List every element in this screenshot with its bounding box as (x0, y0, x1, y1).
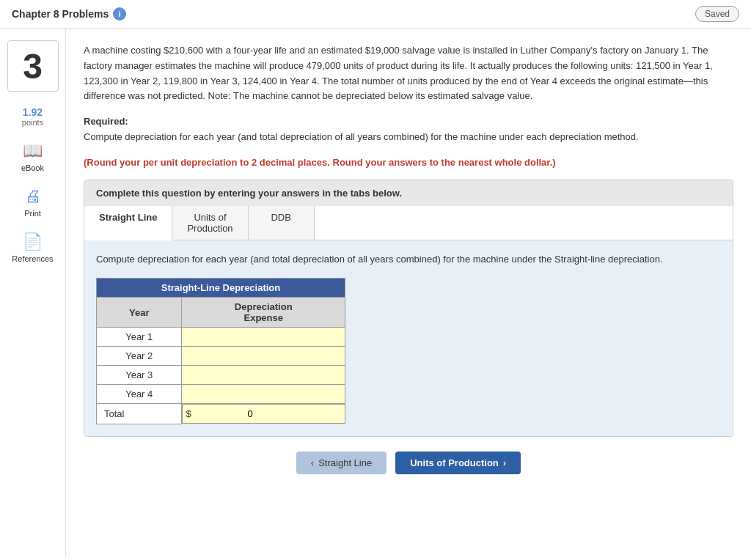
header-title: Chapter 8 Problems i (12, 7, 126, 21)
table-title: Straight-Line Depreciation (97, 279, 345, 298)
tabs-row: Straight Line Units ofProduction DDB (84, 206, 733, 240)
table-row: Year 2 (97, 347, 345, 366)
year-2-input-cell[interactable] (182, 347, 345, 366)
table-row: Year 1 (97, 328, 345, 347)
year-1-input[interactable] (230, 331, 296, 342)
nav-buttons: ‹ Straight Line Units of Production › (84, 452, 733, 474)
points-container: 1.92 points (22, 106, 43, 127)
sidebar-item-ebook[interactable]: 📖 eBook (21, 141, 44, 172)
question-number: 3 (7, 40, 59, 92)
tab-container: Complete this question by entering your … (84, 180, 733, 437)
year-1-label: Year 1 (97, 328, 182, 347)
saved-badge: Saved (695, 6, 739, 22)
prev-label: Straight Line (318, 457, 372, 468)
print-icon: 🖨 (25, 187, 41, 206)
year-4-input[interactable] (230, 388, 296, 399)
tab-straight-line[interactable]: Straight Line (84, 206, 172, 240)
dollar-sign: $ (186, 408, 191, 419)
points-label: points (22, 118, 43, 127)
tab-description: Compute depreciation for each year (and … (96, 252, 721, 267)
col-header-expense: DepreciationExpense (182, 298, 345, 328)
table-row: Year 4 (97, 385, 345, 404)
main-content: A machine costing $210,600 with a four-y… (66, 29, 751, 556)
tab-content: Compute depreciation for each year (and … (84, 240, 733, 436)
sidebar: 3 1.92 points 📖 eBook 🖨 Print 📄 Referenc… (0, 29, 66, 556)
year-2-label: Year 2 (97, 347, 182, 366)
sidebar-print-label: Print (24, 209, 41, 218)
year-4-label: Year 4 (97, 385, 182, 404)
references-icon: 📄 (23, 232, 43, 251)
chapter-title: Chapter 8 Problems (12, 8, 109, 20)
sidebar-ebook-label: eBook (21, 163, 44, 172)
info-icon[interactable]: i (113, 7, 126, 21)
next-button[interactable]: Units of Production › (395, 452, 521, 474)
year-3-input[interactable] (230, 369, 296, 380)
total-row: Total $ (97, 404, 345, 424)
tab-header-bar: Complete this question by entering your … (84, 180, 733, 206)
prev-icon: ‹ (311, 457, 314, 468)
tab-units-production[interactable]: Units ofProduction (172, 206, 248, 240)
required-text: Compute depreciation for each year (and … (84, 130, 733, 145)
page-header: Chapter 8 Problems i Saved (0, 0, 751, 29)
page-layout: 3 1.92 points 📖 eBook 🖨 Print 📄 Referenc… (0, 29, 751, 556)
year-4-input-cell[interactable] (182, 385, 345, 404)
sidebar-item-print[interactable]: 🖨 Print (24, 187, 41, 218)
tab-ddb[interactable]: DDB (249, 206, 315, 240)
total-input[interactable] (194, 408, 253, 419)
next-icon: › (503, 457, 506, 468)
table-row: Year 3 (97, 366, 345, 385)
points-value: 1.92 (22, 106, 43, 118)
prev-button[interactable]: ‹ Straight Line (296, 452, 387, 474)
next-label: Units of Production (410, 457, 499, 468)
problem-text: A machine costing $210,600 with a four-y… (84, 43, 733, 104)
sidebar-references-label: References (12, 254, 53, 263)
total-input-cell[interactable]: $ (182, 404, 345, 424)
year-1-input-cell[interactable] (182, 328, 345, 347)
year-3-input-cell[interactable] (182, 366, 345, 385)
total-label: Total (97, 404, 182, 424)
col-header-year: Year (97, 298, 182, 328)
depreciation-table: Straight-Line Depreciation Year Deprecia… (96, 278, 345, 424)
year-2-input[interactable] (230, 350, 296, 361)
required-label: Required: (84, 116, 733, 127)
round-note: (Round your per unit depreciation to 2 d… (84, 157, 733, 168)
sidebar-item-references[interactable]: 📄 References (12, 232, 53, 263)
year-3-label: Year 3 (97, 366, 182, 385)
ebook-icon: 📖 (23, 141, 43, 161)
